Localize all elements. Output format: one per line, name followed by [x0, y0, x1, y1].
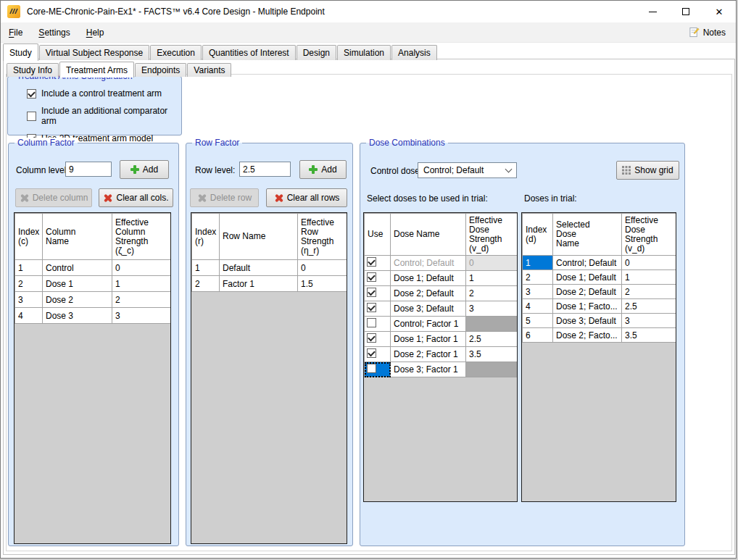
cell[interactable]: Dose 3 [43, 308, 112, 324]
dose-name-cell[interactable]: Dose 2; Factor 1 [391, 347, 466, 362]
dose-strength-cell[interactable] [466, 317, 518, 332]
tab-analysis[interactable]: Analysis [391, 45, 437, 60]
use-checkbox-cell[interactable] [365, 332, 391, 347]
dose-strength-cell[interactable]: 2.5 [622, 299, 676, 314]
tab-simulation[interactable]: Simulation [337, 45, 391, 60]
dose-strength-cell[interactable]: 1 [622, 270, 676, 285]
dose-name-cell[interactable]: Dose 3; Default [553, 314, 622, 328]
dose-name-cell[interactable]: Dose 3; Default [391, 301, 466, 317]
index-cell[interactable]: 6 [523, 328, 553, 343]
clear-all-rows-button[interactable]: Clear all rows [266, 188, 347, 207]
dose-strength-cell[interactable]: 0 [466, 256, 518, 271]
dose-name-cell[interactable]: Dose 2; Default [553, 285, 622, 299]
index-cell[interactable]: 2 [523, 270, 553, 285]
dose-strength-cell[interactable]: 3.5 [466, 347, 518, 362]
menu-settings[interactable]: Settings [30, 24, 78, 41]
cell[interactable]: 1.5 [298, 276, 347, 292]
add-row-button[interactable]: Add [299, 160, 347, 179]
menu-help[interactable]: Help [78, 24, 112, 41]
cell[interactable]: 3 [15, 292, 43, 308]
use-checkbox-cell[interactable] [365, 317, 391, 332]
tab-design[interactable]: Design [297, 45, 336, 60]
dose-strength-cell[interactable] [466, 362, 518, 377]
dose-strength-cell[interactable]: 2 [466, 286, 518, 301]
cell[interactable]: 4 [15, 308, 43, 324]
dose-name-cell[interactable]: Control; Default [553, 256, 622, 270]
config-option-include-a-control-treatment-arm[interactable]: Include a control treatment arm [27, 88, 181, 99]
use-checkbox-cell[interactable] [365, 301, 391, 317]
cell[interactable]: Control [43, 260, 112, 276]
minimize-button[interactable] [636, 1, 669, 22]
checkbox-icon[interactable] [367, 288, 376, 297]
delete-column-button[interactable]: Delete column [15, 188, 92, 207]
tab-treatment-arms[interactable]: Treatment Arms [59, 62, 134, 78]
cell[interactable]: 0 [112, 260, 171, 276]
cell[interactable]: Dose 1 [43, 276, 112, 292]
cell[interactable]: 2 [192, 276, 220, 292]
tab-study-info[interactable]: Study Info [7, 63, 59, 77]
dose-name-cell[interactable]: Dose 1; Factor 1 [391, 332, 466, 347]
config-option-include-an-additional-comparator-arm[interactable]: Include an additional comparator arm [27, 106, 181, 126]
cell[interactable]: Factor 1 [220, 276, 298, 292]
dose-strength-cell[interactable]: 3 [622, 314, 676, 328]
column-level-input[interactable] [65, 162, 112, 177]
index-cell[interactable]: 1 [523, 256, 553, 270]
control-dose-select[interactable]: Control; Default [418, 162, 517, 178]
tab-execution[interactable]: Execution [150, 45, 202, 60]
checkbox-icon[interactable] [27, 112, 36, 121]
checkbox-icon[interactable] [367, 257, 376, 267]
cell[interactable]: 0 [298, 260, 347, 276]
tab-study[interactable]: Study [3, 43, 38, 61]
dose-strength-cell[interactable]: 2 [622, 285, 676, 299]
use-checkbox-cell[interactable] [365, 347, 391, 362]
dose-strength-cell[interactable]: 2.5 [466, 332, 518, 347]
dose-name-cell[interactable]: Dose 1; Default [391, 271, 466, 286]
cell[interactable]: 3 [112, 308, 171, 324]
cell[interactable]: 2 [15, 276, 43, 292]
dose-name-cell[interactable]: Dose 2; Facto... [553, 328, 622, 343]
tab-virtual-subject-response[interactable]: Virtual Subject Response [39, 45, 150, 60]
checkbox-icon[interactable] [367, 272, 376, 282]
use-checkbox-cell[interactable] [365, 362, 391, 377]
row-level-input[interactable] [239, 162, 291, 177]
add-column-button[interactable]: Add [120, 160, 169, 179]
notes-button[interactable]: Notes [684, 25, 730, 40]
close-button[interactable]: ✕ [702, 1, 736, 22]
tab-variants[interactable]: Variants [187, 63, 231, 77]
clear-all-columns-button[interactable]: Clear all cols. [99, 188, 173, 207]
dose-name-cell[interactable]: Dose 1; Facto... [553, 299, 622, 314]
checkbox-icon[interactable] [367, 318, 376, 327]
maximize-button[interactable] [669, 1, 702, 22]
dose-name-cell[interactable]: Dose 2; Default [391, 286, 466, 301]
dose-strength-cell[interactable]: 3.5 [622, 328, 676, 343]
use-checkbox-cell[interactable] [365, 286, 391, 301]
checkbox-icon[interactable] [367, 348, 376, 358]
dose-name-cell[interactable]: Dose 3; Factor 1 [391, 362, 466, 377]
checkbox-icon[interactable] [367, 333, 376, 343]
dose-strength-cell[interactable]: 0 [622, 256, 676, 270]
dose-strength-cell[interactable]: 1 [466, 271, 518, 286]
use-checkbox-cell[interactable] [365, 256, 391, 271]
dose-name-cell[interactable]: Dose 1; Default [553, 270, 622, 285]
cell[interactable]: Default [220, 260, 298, 276]
cell[interactable]: 1 [15, 260, 43, 276]
cell[interactable]: 2 [112, 292, 171, 308]
dose-strength-cell[interactable]: 3 [466, 301, 518, 317]
checkbox-icon[interactable] [367, 303, 376, 312]
show-grid-button[interactable]: Show grid [616, 161, 679, 180]
menu-file[interactable]: File [1, 24, 30, 41]
checkbox-icon[interactable] [27, 89, 36, 99]
index-cell[interactable]: 4 [523, 299, 553, 314]
cell[interactable]: 1 [112, 276, 171, 292]
index-cell[interactable]: 3 [523, 285, 553, 299]
tab-endpoints[interactable]: Endpoints [135, 63, 186, 77]
tab-quantities-of-interest[interactable]: Quantities of Interest [202, 45, 296, 60]
dose-name-cell[interactable]: Control; Factor 1 [391, 317, 466, 332]
use-checkbox-cell[interactable] [365, 271, 391, 286]
cell[interactable]: 1 [192, 260, 220, 276]
cell[interactable]: Dose 2 [43, 292, 112, 308]
delete-row-button[interactable]: Delete row [190, 188, 259, 207]
checkbox-icon[interactable] [367, 364, 376, 373]
dose-name-cell[interactable]: Control; Default [391, 256, 466, 271]
index-cell[interactable]: 5 [523, 314, 553, 328]
